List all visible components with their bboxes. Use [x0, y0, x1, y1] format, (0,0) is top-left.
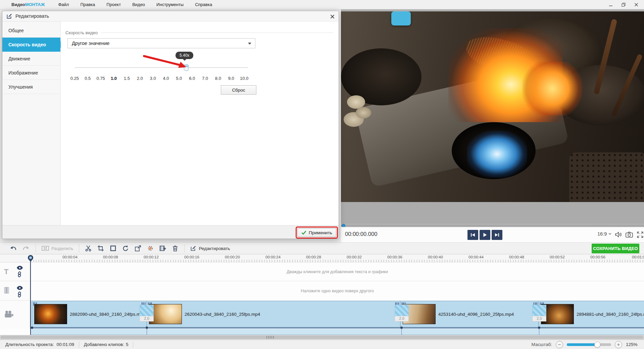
- crop-button[interactable]: [97, 245, 104, 252]
- fullscreen-button[interactable]: [636, 231, 644, 239]
- minimize-button[interactable]: [608, 2, 613, 7]
- frame-button[interactable]: [110, 245, 116, 252]
- status-bar: Длительность проекта: 00:01:09 Добавлено…: [0, 340, 644, 349]
- play-button[interactable]: [480, 230, 490, 240]
- menu-item[interactable]: Файл: [58, 2, 69, 7]
- clip-thumbnail: [34, 304, 67, 324]
- apply-button[interactable]: Применить: [297, 228, 336, 237]
- minus-icon: [558, 343, 561, 346]
- scrollbar-thumb[interactable]: [1, 336, 643, 339]
- logo-prefix: Видео: [11, 2, 25, 7]
- speed-mode-select[interactable]: Другое значение: [67, 38, 255, 48]
- reset-button-label: Сброс: [232, 88, 245, 93]
- zoom-slider-fill: [567, 343, 597, 346]
- ruler-ticks: [31, 260, 644, 262]
- zoom-label: Масштаб:: [531, 342, 552, 347]
- restore-button[interactable]: [621, 2, 626, 7]
- seek-bar[interactable]: [341, 226, 644, 226]
- playhead[interactable]: [28, 255, 33, 260]
- text-track-hint: Дважды кликните для добавления текста и …: [287, 269, 388, 274]
- eye-icon[interactable]: [17, 285, 23, 291]
- redo-button[interactable]: [22, 245, 30, 251]
- dialog-tab[interactable]: Общее: [2, 23, 60, 38]
- zoom-in-button[interactable]: [615, 341, 622, 348]
- aspect-ratio-select[interactable]: 16:9: [597, 231, 611, 237]
- video-track-icon: [4, 310, 13, 319]
- timeline-clip[interactable]: 2620043-uhd_3840_2160_25fps.mp4: [147, 301, 400, 327]
- clip-filename: 4253140-uhd_4096_2160_25fps.mp4: [438, 301, 537, 327]
- timeline-clip[interactable]: 4253140-uhd_4096_2160_25fps.mp4: [400, 301, 539, 327]
- volume-button[interactable]: [614, 231, 623, 239]
- undo-button[interactable]: [9, 245, 17, 251]
- text-track-icon: T: [4, 267, 8, 276]
- prev-frame-button[interactable]: [467, 230, 478, 240]
- reset-button[interactable]: Сброс: [221, 85, 256, 95]
- menu-item[interactable]: Проект: [106, 2, 121, 7]
- overlay-track-row[interactable]: Наложите одно видео поверх другого: [31, 281, 644, 301]
- ruler-label: 00:00:28: [293, 255, 334, 259]
- ruler-label: 00:00:36: [375, 255, 415, 259]
- dialog-tab[interactable]: Скорость видео: [2, 38, 60, 52]
- delete-button[interactable]: [172, 245, 179, 252]
- ruler-label: 00:00:24: [253, 255, 293, 259]
- transition-badge[interactable]: 2.0: [140, 305, 154, 321]
- transition-duration: 2.0: [532, 316, 546, 321]
- menu-item[interactable]: Инструменты: [156, 2, 184, 7]
- dialog-close-button[interactable]: [329, 13, 335, 19]
- timeline-ruler[interactable]: 00:00:0400:00:0800:00:1200:00:1600:00:20…: [0, 254, 644, 262]
- menu-item[interactable]: Видео: [132, 2, 145, 7]
- eye-icon[interactable]: [17, 265, 23, 271]
- ruler-label: 00:00:52: [537, 255, 578, 259]
- link-icon[interactable]: [17, 292, 22, 299]
- prev-frame-icon: [470, 233, 475, 237]
- dialog-tab[interactable]: Движение: [2, 52, 60, 66]
- zoom-out-button[interactable]: [556, 341, 563, 348]
- snapshot-button[interactable]: [625, 231, 634, 239]
- check-icon: [301, 231, 306, 235]
- stabilize-button[interactable]: [147, 245, 154, 252]
- timeline-scrollbar[interactable]: [0, 335, 644, 340]
- speed-tick: 6.0: [186, 76, 199, 81]
- transition-icon: [140, 305, 154, 316]
- split-button[interactable]: Разделить: [42, 246, 73, 251]
- text-track-row[interactable]: Дважды кликните для добавления текста и …: [31, 262, 644, 281]
- cut-button[interactable]: [85, 245, 92, 252]
- zoom-slider[interactable]: [567, 343, 611, 346]
- edit-button[interactable]: Редактировать: [190, 245, 230, 251]
- transition-badge[interactable]: 2.0: [532, 305, 546, 321]
- clip-boundary-line: [539, 328, 539, 335]
- speed-slider-handle[interactable]: [184, 64, 189, 70]
- audio-strip[interactable]: [31, 328, 644, 335]
- close-button[interactable]: [634, 2, 639, 7]
- video-track-header: [0, 301, 30, 329]
- ruler-labels: 00:00:0400:00:0800:00:1200:00:1600:00:20…: [50, 255, 644, 259]
- link-icon[interactable]: [17, 271, 22, 279]
- timecode: 00:00:00.000: [345, 231, 377, 237]
- timeline-clip[interactable]: 2894881-uhd_3840_2160_24fps.mp4: [539, 301, 644, 327]
- zoom-slider-knob[interactable]: [594, 342, 600, 348]
- ruler-label: 00:01:0: [618, 255, 644, 259]
- dialog-tab-label: Улучшения: [8, 84, 33, 90]
- menu-item[interactable]: Правка: [80, 2, 95, 7]
- dialog-tab[interactable]: Изображение: [2, 66, 60, 80]
- next-frame-button[interactable]: [492, 230, 502, 240]
- clip-filename: 2882090-uhd_3840_2160_24fps.mp4: [70, 301, 145, 327]
- trash-icon: [172, 245, 179, 252]
- speed-slider[interactable]: [75, 67, 248, 68]
- fullscreen-icon: [637, 232, 643, 238]
- save-video-button[interactable]: СОХРАНИТЬ ВИДЕО: [592, 244, 639, 253]
- toolbar-separator: [79, 244, 79, 252]
- add-clip-button[interactable]: [159, 245, 166, 252]
- section-divider: [101, 33, 333, 33]
- text-track-header: T: [0, 262, 30, 281]
- annotation-box: Применить: [296, 227, 338, 239]
- transition-badge[interactable]: 2.0: [395, 305, 409, 321]
- clip-filename: 2894881-uhd_3840_2160_24fps.mp4: [577, 301, 644, 327]
- timeline-clip[interactable]: 2882090-uhd_3840_2160_24fps.mp4: [32, 301, 147, 327]
- overlay-track-header: [0, 281, 30, 301]
- dialog-tab[interactable]: Улучшения: [2, 80, 60, 94]
- resize-button[interactable]: [135, 245, 141, 252]
- speed-tick: 1.5: [120, 76, 133, 81]
- menu-item[interactable]: Справка: [195, 2, 212, 7]
- rotate-button[interactable]: [122, 245, 129, 252]
